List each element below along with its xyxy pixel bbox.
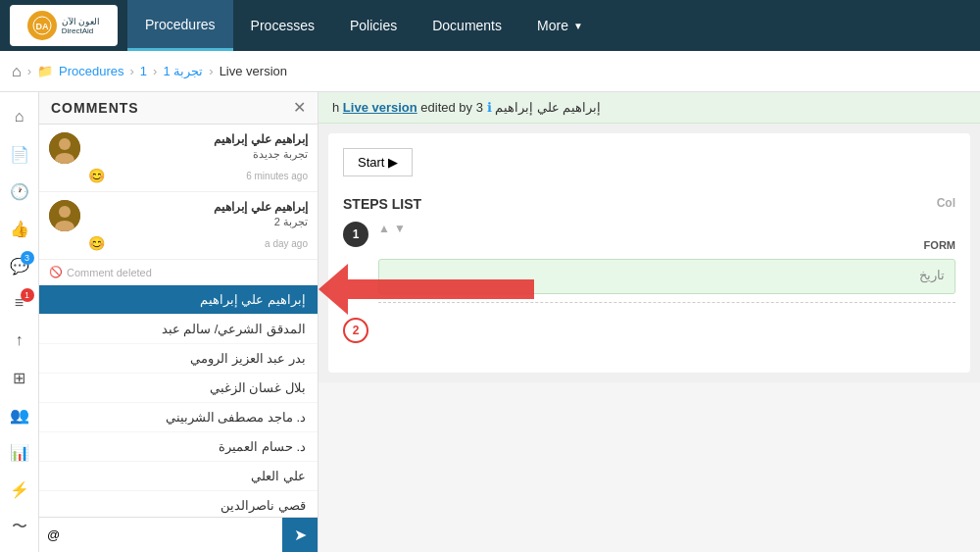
- comment-item: إبراهيم علي إبراهيم تجربة جديدة 😊 6 minu…: [39, 125, 318, 192]
- sidebar-upload-btn[interactable]: ↑: [3, 324, 36, 357]
- send-comment-button[interactable]: ➤: [282, 518, 318, 552]
- comments-close-button[interactable]: ✕: [293, 100, 306, 116]
- nav-menu: Procedures Processes Policies Documents …: [127, 0, 970, 51]
- comments-panel: COMMENTS ✕ إبراهيم علي إبراهيم: [39, 92, 318, 552]
- comment-time: a day ago: [265, 238, 308, 249]
- logo-english-text: DirectAid: [62, 26, 93, 35]
- comment-username: إبراهيم علي إبراهيم: [88, 200, 308, 214]
- comment-text: تجربة جديدة: [88, 148, 308, 161]
- nav-policies[interactable]: Policies: [332, 0, 415, 51]
- comments-header: COMMENTS ✕: [39, 92, 318, 125]
- nav-processes[interactable]: Processes: [233, 0, 332, 51]
- comments-title: COMMENTS: [51, 100, 139, 116]
- form-field: تاريخ: [378, 259, 956, 294]
- breadcrumb-folder-icon: 📁: [37, 64, 53, 78]
- deleted-icon: 🚫: [49, 266, 63, 278]
- form-label: FORM: [378, 239, 956, 251]
- user-list-item[interactable]: د. ماجد مصطفى الشربيني: [39, 403, 318, 432]
- avatar: [49, 200, 80, 231]
- list-badge: 1: [21, 288, 34, 302]
- user-list-item[interactable]: قصي ناصرالدين: [39, 491, 318, 517]
- top-navigation: DA العون الآن DirectAid Procedures Proce…: [0, 0, 980, 51]
- comment-username: إبراهيم علي إبراهيم: [88, 132, 308, 146]
- svg-point-6: [59, 206, 71, 218]
- chevron-down-icon: ▼: [573, 21, 583, 31]
- user-list: إبراهيم علي إبراهيم المدقق الشرعي/ سالم …: [39, 285, 318, 517]
- comment-deleted: 🚫 Comment deleted: [39, 260, 318, 285]
- comment-item: إبراهيم علي إبراهيم تجربة 2 😊 a day ago: [39, 192, 318, 260]
- sidebar-grid-btn[interactable]: ⊞: [3, 361, 36, 394]
- svg-text:DA: DA: [35, 22, 48, 31]
- comment-input-field[interactable]: [39, 518, 282, 552]
- breadcrumb-procedures-link[interactable]: Procedures: [59, 64, 123, 78]
- comment-content: إبراهيم علي إبراهيم تجربة 2: [88, 200, 308, 228]
- comment-time: 6 minutes ago: [246, 171, 308, 181]
- step1-circle: 1: [343, 222, 368, 247]
- comments-badge: 3: [21, 251, 34, 265]
- breadcrumb: ⌂ › 📁 Procedures › 1 › تجربة 1 › Live ve…: [0, 51, 980, 92]
- comment-text: تجربة 2: [88, 216, 308, 228]
- step2-circle: 2: [343, 318, 368, 343]
- procedure-content-area: Start ▶ STEPS LIST Col 1 ▲ ▼: [328, 133, 970, 373]
- breadcrumb-level2-link[interactable]: تجربة 1: [163, 64, 203, 78]
- chevron-up-icon[interactable]: ▲: [378, 222, 390, 235]
- sidebar-chart-btn[interactable]: 📊: [3, 435, 36, 469]
- svg-point-3: [59, 138, 71, 150]
- user-list-item[interactable]: د. حسام العميرة: [39, 432, 318, 462]
- comment-user-row: إبراهيم علي إبراهيم تجربة جديدة: [49, 132, 308, 164]
- comment-user-row: إبراهيم علي إبراهيم تجربة 2: [49, 200, 308, 231]
- comment-content: إبراهيم علي إبراهيم تجربة جديدة: [88, 132, 308, 161]
- breadcrumb-sep3: ›: [153, 64, 157, 78]
- sidebar-history-btn[interactable]: 🕐: [3, 175, 36, 208]
- user-list-item[interactable]: علي العلي: [39, 462, 318, 491]
- step-arrows: ▲ ▼: [378, 222, 956, 235]
- breadcrumb-sep1: ›: [27, 64, 31, 78]
- sidebar-document-btn[interactable]: 📄: [3, 137, 36, 171]
- sidebar-home-btn[interactable]: ⌂: [3, 100, 36, 133]
- step-row: 1 ▲ ▼ FORM تاريخ: [343, 222, 956, 303]
- comment-time-row: 😊 6 minutes ago: [49, 168, 308, 183]
- comment-emoji-btn[interactable]: 😊: [88, 235, 105, 251]
- live-version-banner: إبراهيم علي إبراهيم h Live version edite…: [318, 92, 980, 124]
- main-content: إبراهيم علي إبراهيم h Live version edite…: [318, 92, 980, 382]
- comment-emoji-btn[interactable]: 😊: [88, 168, 105, 183]
- user-list-item[interactable]: بدر عبد العزيز الرومي: [39, 344, 318, 374]
- nav-procedures[interactable]: Procedures: [127, 0, 233, 51]
- live-version-link[interactable]: Live version: [343, 100, 417, 115]
- step1-content: ▲ ▼ FORM تاريخ: [378, 222, 956, 303]
- nav-documents[interactable]: Documents: [415, 0, 519, 51]
- step-row: 2: [343, 318, 956, 343]
- deleted-text: Comment deleted: [67, 267, 152, 278]
- sidebar-workflow-btn[interactable]: ⚡: [3, 473, 36, 506]
- sidebar-wave-btn[interactable]: 〜: [3, 510, 36, 543]
- logo-arabic-text: العون الآن: [62, 17, 101, 26]
- breadcrumb-sep2: ›: [130, 64, 134, 78]
- start-button[interactable]: Start ▶: [343, 148, 413, 176]
- home-breadcrumb-icon[interactable]: ⌂: [12, 63, 22, 80]
- breadcrumb-sep4: ›: [209, 64, 213, 78]
- sidebar-comments-btn[interactable]: 💬 3: [3, 249, 36, 282]
- nav-more[interactable]: More ▼: [519, 0, 601, 51]
- logo-icon: DA: [27, 11, 57, 40]
- user-list-item[interactable]: إبراهيم علي إبراهيم: [39, 285, 318, 315]
- info-icon: ℹ: [487, 100, 492, 115]
- sidebar-like-btn[interactable]: 👍: [3, 212, 36, 245]
- breadcrumb-current: Live version: [220, 64, 287, 78]
- sidebar-users-btn[interactable]: 👥: [3, 398, 36, 431]
- sidebar-list-btn[interactable]: ≡ 1: [3, 286, 36, 320]
- sidebar-icon-panel: ⌂ 📄 🕐 👍 💬 3 ≡ 1 ↑ ⊞ 👥 📊 ⚡ 〜: [0, 92, 39, 552]
- user-list-item[interactable]: بلال غسان الزغبي: [39, 374, 318, 403]
- avatar: [49, 132, 80, 164]
- steps-section: STEPS LIST Col 1 ▲ ▼ FORM تاريخ: [343, 196, 956, 343]
- steps-title: STEPS LIST Col: [343, 196, 956, 212]
- user-list-item[interactable]: المدقق الشرعي/ سالم عبد: [39, 315, 318, 344]
- main-layout: ⌂ 📄 🕐 👍 💬 3 ≡ 1 ↑ ⊞ 👥 📊 ⚡ 〜 COMMENTS ✕: [0, 92, 980, 552]
- chevron-down-icon[interactable]: ▼: [394, 222, 406, 235]
- comment-time-row: 😊 a day ago: [49, 235, 308, 251]
- breadcrumb-level1-link[interactable]: 1: [140, 64, 147, 78]
- comment-input-row: ➤: [39, 517, 318, 552]
- logo[interactable]: DA العون الآن DirectAid: [10, 5, 118, 46]
- live-banner-text: إبراهيم علي إبراهيم h Live version edite…: [332, 100, 601, 115]
